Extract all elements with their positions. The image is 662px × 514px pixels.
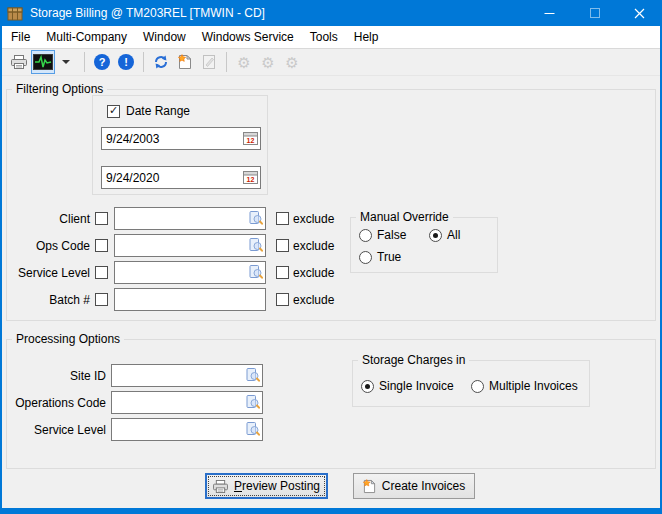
batch-checkbox[interactable] xyxy=(95,293,108,306)
activity-monitor-icon[interactable] xyxy=(31,50,55,74)
date-from-field-wrap: 12 xyxy=(101,127,261,150)
service-level-input[interactable] xyxy=(114,261,266,284)
date-to-input[interactable] xyxy=(101,166,261,189)
client-exclude-label: exclude xyxy=(293,212,334,226)
proc-row-operations-code: Operations Code xyxy=(7,391,263,414)
toolbar: ? ! xyxy=(2,48,660,76)
new-document-icon[interactable] xyxy=(173,50,197,74)
manual-override-group: Manual Override False All True xyxy=(350,217,498,273)
proc-row-site-id: Site ID xyxy=(7,364,263,387)
date-from-input[interactable] xyxy=(101,127,261,150)
help-icon[interactable]: ? xyxy=(90,50,114,74)
multiple-invoices-radio[interactable]: Multiple Invoices xyxy=(471,379,578,393)
dropdown-arrow-icon[interactable] xyxy=(55,50,79,74)
service-level-exclude-label: exclude xyxy=(293,266,334,280)
menu-windows-service[interactable]: Windows Service xyxy=(194,27,302,47)
filter-row-ops-code: Ops Code exclude xyxy=(7,234,334,257)
toolbar-separator xyxy=(143,52,144,72)
close-icon[interactable] xyxy=(617,0,662,26)
service-level-exclude-checkbox[interactable] xyxy=(276,266,289,279)
service-level-checkbox[interactable] xyxy=(95,266,108,279)
client-checkbox[interactable] xyxy=(95,212,108,225)
filtering-options-group: Filtering Options Date Range 12 xyxy=(6,89,656,321)
menu-help[interactable]: Help xyxy=(346,27,387,47)
batch-exclude-checkbox[interactable] xyxy=(276,293,289,306)
print-icon xyxy=(213,480,228,493)
ops-code-checkbox[interactable] xyxy=(95,239,108,252)
ops-code-label: Ops Code xyxy=(7,239,95,253)
storage-charges-group: Storage Charges in Single Invoice Multip… xyxy=(352,360,590,407)
gear-icon[interactable]: ⚙ xyxy=(232,50,256,74)
manual-override-all-radio[interactable]: All xyxy=(429,228,460,242)
date-range-checkbox[interactable] xyxy=(107,105,120,118)
single-invoice-radio[interactable]: Single Invoice xyxy=(361,379,454,393)
lookup-icon[interactable] xyxy=(249,211,263,225)
preview-posting-button[interactable]: Preview Posting xyxy=(205,473,328,499)
toolbar-separator xyxy=(226,52,227,72)
batch-label: Batch # xyxy=(7,293,95,307)
print-icon[interactable] xyxy=(7,50,31,74)
site-id-input[interactable] xyxy=(111,364,263,387)
filter-row-service-level: Service Level exclude xyxy=(7,261,334,284)
client-exclude-checkbox[interactable] xyxy=(276,212,289,225)
storage-charges-label: Storage Charges in xyxy=(358,353,469,367)
proc-row-service-level: Service Level xyxy=(7,418,263,441)
site-id-label: Site ID xyxy=(7,369,111,383)
window-body: File Multi-Company Window Windows Servic… xyxy=(2,26,660,508)
info-icon[interactable]: ! xyxy=(114,50,138,74)
ops-code-input[interactable] xyxy=(114,234,266,257)
app-window: Storage Billing @ TM203REL [TMWIN - CD] … xyxy=(0,0,662,514)
preview-posting-mnemonic: P xyxy=(234,479,242,493)
lookup-icon[interactable] xyxy=(246,395,260,409)
svg-text:12: 12 xyxy=(247,137,255,144)
service-level-label: Service Level xyxy=(7,266,95,280)
title-bar: Storage Billing @ TM203REL [TMWIN - CD] xyxy=(0,0,662,26)
batch-input[interactable] xyxy=(114,288,266,311)
menu-tools[interactable]: Tools xyxy=(302,27,346,47)
processing-options-label: Processing Options xyxy=(12,332,124,346)
window-title: Storage Billing @ TM203REL [TMWIN - CD] xyxy=(30,6,265,20)
new-document-icon xyxy=(363,479,376,494)
date-to-field-wrap: 12 xyxy=(101,166,261,189)
lookup-icon[interactable] xyxy=(249,265,263,279)
form-content: Filtering Options Date Range 12 xyxy=(2,77,660,508)
caption-buttons xyxy=(527,0,662,26)
gear-icon[interactable]: ⚙ xyxy=(256,50,280,74)
menu-bar: File Multi-Company Window Windows Servic… xyxy=(2,26,660,48)
menu-file[interactable]: File xyxy=(3,27,38,47)
date-range-panel: Date Range 12 xyxy=(92,95,268,195)
client-input[interactable] xyxy=(114,207,266,230)
create-invoices-text: Create Invoices xyxy=(382,479,465,493)
operations-code-label: Operations Code xyxy=(7,396,111,410)
ops-code-exclude-checkbox[interactable] xyxy=(276,239,289,252)
lookup-icon[interactable] xyxy=(246,368,260,382)
refresh-icon[interactable] xyxy=(149,50,173,74)
filter-row-batch: Batch # exclude xyxy=(7,288,334,311)
maximize-icon[interactable] xyxy=(572,0,617,26)
proc-service-level-input[interactable] xyxy=(111,418,263,441)
batch-exclude-label: exclude xyxy=(293,293,334,307)
proc-service-level-label: Service Level xyxy=(7,423,111,437)
operations-code-input[interactable] xyxy=(111,391,263,414)
lookup-icon[interactable] xyxy=(249,238,263,252)
lookup-icon[interactable] xyxy=(246,422,260,436)
create-invoices-button[interactable]: Create Invoices xyxy=(353,473,475,499)
filtering-options-label: Filtering Options xyxy=(12,82,107,96)
edit-document-icon[interactable] xyxy=(197,50,221,74)
calendar-icon[interactable]: 12 xyxy=(243,170,258,184)
menu-window[interactable]: Window xyxy=(135,27,194,47)
manual-override-false-radio[interactable]: False xyxy=(359,228,406,242)
manual-override-label: Manual Override xyxy=(356,210,453,224)
gear-icon[interactable]: ⚙ xyxy=(280,50,304,74)
svg-text:12: 12 xyxy=(247,176,255,183)
preview-posting-text: review Posting xyxy=(242,479,320,493)
ops-code-exclude-label: exclude xyxy=(293,239,334,253)
toolbar-separator xyxy=(84,52,85,72)
minimize-icon[interactable] xyxy=(527,0,572,26)
processing-options-group: Processing Options Site ID xyxy=(6,339,656,469)
menu-multi-company[interactable]: Multi-Company xyxy=(38,27,135,47)
calendar-icon[interactable]: 12 xyxy=(243,131,258,145)
manual-override-true-radio[interactable]: True xyxy=(359,250,401,264)
filter-row-client: Client exclude xyxy=(7,207,334,230)
date-range-label: Date Range xyxy=(126,104,190,118)
